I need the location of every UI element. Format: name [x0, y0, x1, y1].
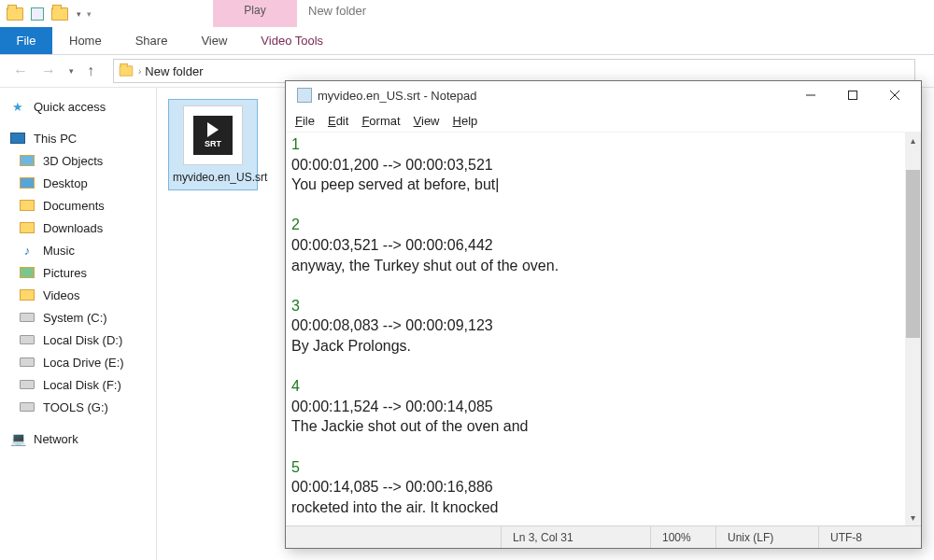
sidebar-item-pictures[interactable]: Pictures [0, 261, 156, 284]
tab-home[interactable]: Home [52, 27, 119, 54]
srt-time: 00:00:11,524 --> 00:00:14,085 [291, 397, 915, 417]
srt-time: 00:00:01,200 --> 00:00:03,521 [291, 155, 915, 175]
sidebar-item-system-c[interactable]: System (C:) [0, 306, 156, 329]
srt-index: 3 [291, 296, 915, 316]
sidebar-item-local-disk-d[interactable]: Local Disk (D:) [0, 329, 156, 351]
sidebar-item-music[interactable]: ♪Music [0, 239, 156, 261]
menu-format[interactable]: Format [361, 114, 400, 128]
folder-icon [19, 153, 35, 168]
qat-customize-icon[interactable]: ▾ [87, 9, 92, 19]
srt-text: rocketed into the air. It knocked [291, 497, 915, 518]
notepad-window: myvideo.en_US.srt - Notepad File Edit Fo… [285, 80, 922, 549]
status-encoding: UTF-8 [818, 526, 921, 548]
sidebar-item-loca-drive-e[interactable]: Loca Drive (E:) [0, 351, 156, 373]
scrollbar-thumb[interactable] [906, 170, 920, 338]
sidebar-item-network[interactable]: 💻Network [0, 427, 156, 450]
sidebar-item-local-disk-f[interactable]: Local Disk (F:) [0, 373, 156, 396]
up-button[interactable]: ↑ [79, 60, 102, 82]
quick-access-label: Quick access [34, 100, 106, 114]
srt-index: 2 [291, 215, 915, 235]
menu-edit[interactable]: Edit [328, 114, 348, 128]
file-name: myvideo.en_US.srt [173, 171, 253, 184]
downloads-icon [19, 220, 35, 235]
notepad-menubar: File Edit Format View Help [286, 109, 921, 132]
disk-icon [19, 355, 35, 370]
menu-help[interactable]: Help [453, 114, 478, 128]
save-icon[interactable] [28, 5, 47, 23]
notepad-titlebar[interactable]: myvideo.en_US.srt - Notepad [286, 81, 921, 109]
sidebar-item-label: Downloads [43, 221, 103, 235]
file-thumbnail: SRT [183, 105, 243, 165]
tab-share[interactable]: Share [119, 27, 185, 54]
sidebar-item-label: Local Disk (F:) [43, 378, 121, 392]
notepad-icon [297, 88, 312, 103]
desktop-icon [19, 175, 35, 190]
sidebar-item-label: System (C:) [43, 311, 107, 325]
history-dropdown-icon[interactable]: ▾ [69, 66, 74, 76]
svg-rect-1 [848, 91, 856, 100]
sidebar-item-desktop[interactable]: Desktop [0, 172, 156, 194]
srt-time: 00:00:08,083 --> 00:00:09,123 [291, 315, 915, 336]
srt-badge-text: SRT [205, 139, 221, 148]
pc-icon [9, 131, 26, 146]
folder-icon[interactable] [50, 5, 69, 23]
status-position: Ln 3, Col 31 [501, 526, 650, 548]
videos-icon [19, 287, 35, 302]
folder-icon [6, 5, 24, 23]
network-icon: 💻 [9, 431, 26, 446]
minimize-button[interactable] [789, 82, 831, 108]
sidebar-item-downloads[interactable]: Downloads [0, 217, 156, 239]
srt-index: 5 [291, 457, 915, 478]
quick-access-header[interactable]: ★ Quick access [0, 95, 156, 118]
menu-file[interactable]: File [295, 114, 315, 128]
notepad-statusbar: Ln 3, Col 31 100% Unix (LF) UTF-8 [286, 525, 921, 548]
tab-view[interactable]: View [184, 27, 244, 54]
sidebar-item-label: Videos [43, 288, 80, 302]
scrollbar[interactable]: ▴ ▾ [905, 133, 921, 525]
quick-access-toolbar: ▾ ▾ [0, 0, 97, 27]
sidebar-item-label: Loca Drive (E:) [43, 356, 124, 370]
sidebar-item-label: Pictures [43, 266, 87, 280]
sidebar-item-3d-objects[interactable]: 3D Objects [0, 149, 156, 172]
navigation-pane: ★ Quick access This PC 3D Objects Deskto… [0, 88, 157, 560]
file-tab[interactable]: File [0, 27, 52, 54]
sidebar-item-tools-g[interactable]: TOOLS (G:) [0, 396, 156, 418]
srt-icon: SRT [193, 116, 233, 155]
menu-view[interactable]: View [414, 114, 440, 128]
sidebar-item-label: Music [43, 244, 75, 258]
sidebar-item-label: Network [34, 432, 78, 446]
pin-icon: ★ [9, 99, 26, 114]
notepad-editor[interactable]: 1 00:00:01,200 --> 00:00:03,521 You peep… [286, 132, 921, 525]
contextual-tab-label: Play [213, 0, 297, 27]
explorer-titlebar: ▾ ▾ Play New folder [0, 0, 934, 27]
chevron-down-icon[interactable]: ▾ [77, 9, 81, 19]
ribbon-tabs: File Home Share View Video Tools [0, 27, 934, 55]
chevron-right-icon[interactable]: › [134, 66, 145, 77]
window-title: New folder [297, 0, 377, 27]
contextual-tab-group: Play New folder [213, 0, 377, 27]
srt-index: 1 [291, 134, 915, 155]
sidebar-item-documents[interactable]: Documents [0, 194, 156, 217]
srt-text: The Jackie shot out of the oven and [291, 416, 915, 437]
back-button[interactable]: ← [9, 60, 32, 82]
address-segment[interactable]: New folder [145, 64, 203, 78]
status-eol: Unix (LF) [715, 526, 818, 548]
forward-button[interactable]: → [37, 60, 60, 82]
maximize-button[interactable] [831, 82, 873, 108]
pictures-icon [19, 265, 35, 280]
disk-icon [19, 310, 35, 325]
srt-text: You peep served at before, but [291, 175, 915, 195]
scroll-down-icon[interactable]: ▾ [905, 510, 921, 525]
status-zoom: 100% [650, 526, 715, 548]
sidebar-item-label: 3D Objects [43, 154, 103, 168]
scroll-up-icon[interactable]: ▴ [905, 133, 921, 148]
tab-video-tools[interactable]: Video Tools [244, 27, 340, 54]
file-item-srt[interactable]: SRT myvideo.en_US.srt [168, 99, 258, 190]
close-button[interactable] [873, 82, 915, 108]
sidebar-item-videos[interactable]: Videos [0, 284, 156, 306]
folder-icon [118, 64, 134, 77]
this-pc-label: This PC [34, 132, 77, 146]
srt-index: 4 [291, 376, 915, 397]
this-pc-header[interactable]: This PC [0, 127, 156, 149]
disk-icon [19, 399, 35, 414]
